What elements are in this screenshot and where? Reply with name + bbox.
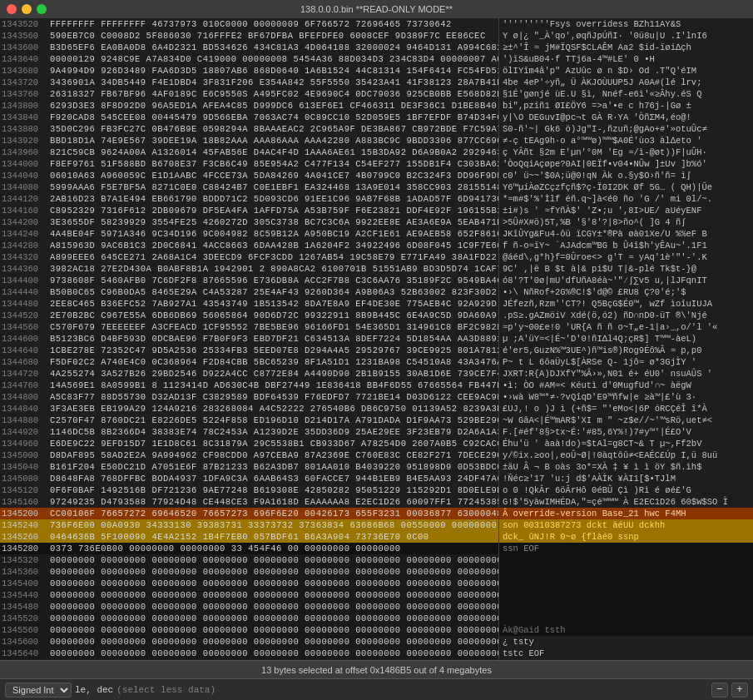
table-row[interactable]: 1344680F5DF02C2 A740E4C0 0C368964 F2D84C… — [0, 356, 498, 368]
table-row[interactable]: 13442003E3655DF 58239929 3554FE25 426027… — [0, 216, 498, 228]
row-address: 1344240 — [0, 229, 50, 239]
table-row[interactable]: 13452600464636B 5F100090 4E4A2152 1B4F7E… — [0, 531, 498, 543]
table-row[interactable]: 134532000000000 00000000 00000000 000000… — [0, 554, 498, 566]
maximize-button[interactable] — [37, 4, 47, 14]
format-label: le, dec — [75, 685, 113, 695]
list-item: 'ÒoQqiAçøpe?0AI|0EÏf•v04•NÛw ]±Uv ]b%ó' — [499, 158, 753, 170]
table-row[interactable]: 13437203436901A 34DB5449 F4E1DBD4 3F831F… — [0, 77, 498, 88]
row-address: 1345000 — [0, 450, 50, 460]
list-item: c0' ü~~'$0A;ü@0!qN Àk o.§y$O›ñ'ñ= ì∫ — [499, 170, 753, 181]
row-address: 1345320 — [0, 555, 50, 565]
row-address: 1345080 — [0, 474, 50, 484]
table-row[interactable]: 1344960E6DE9C22 9EFD15D7 1E1D8C61 8C3187… — [0, 438, 498, 449]
row-hex-values: 14A569E1 8A0599B1 8 1123414D AD630C4B DB… — [50, 380, 499, 390]
type-select[interactable]: Signed Int — [5, 683, 72, 698]
table-row[interactable]: 13447204A255274 3A527B26 29BD2546 D922A4… — [0, 368, 498, 380]
text-panel[interactable]: '''''''''Fsys overridess BZh11AY&SY ø|¿ … — [499, 18, 753, 660]
table-row[interactable]: 1343920BBD18D1A 74E9E567 39DEE19A 18B82A… — [0, 135, 498, 146]
list-item: G!$'5yàwIMHÉDA,"≈çé™™™ À E2EC1D26 60$W$S… — [499, 496, 753, 508]
table-row[interactable]: 1345080D8648FA8 768DFFBC BODA4937 1DFA9C… — [0, 473, 498, 484]
list-item: Éhu'ü ' àaà!do)≈$tAl=g8CT~& T µ~,Ff2bV — [499, 438, 753, 449]
row-address: 1344280 — [0, 241, 50, 251]
table-row[interactable]: 134540000000000 00000000 00000000 000000… — [0, 578, 498, 589]
row-hex-values: 5999AAA6 F5E7BF5A 8271C0E0 C88424B7 C0E1… — [50, 182, 499, 192]
hex-panel[interactable]: 1343520FFFFFFFF FFFFFFFF 46737973 010C00… — [0, 18, 499, 660]
table-row[interactable]: 1344800A5C83F77 88D55730 D32AD13F C38295… — [0, 391, 498, 403]
table-row[interactable]: 13451200F6F0BAF 1492516B DF721236 9AE772… — [0, 484, 498, 496]
list-item: •ì: ÒO #AM≈< Kéutì d'0MugfUd'∩~ àëgW — [499, 380, 753, 391]
list-item: Â override-version Base_21 hwc F4MH — [499, 508, 753, 519]
table-row[interactable]: 1343960821C59CB 9624A00A A1326014 45FAB5… — [0, 146, 498, 158]
table-row[interactable]: 13446401CBE278E 72352C47 9D5A2536 25334F… — [0, 345, 498, 356]
table-row[interactable]: 1345240736F6E00 00A0930 34333130 3938373… — [0, 519, 498, 531]
table-row[interactable]: 134564000000000 00000000 00000000 000000… — [0, 648, 498, 659]
table-row[interactable]: 1344880C2570F47 8760DC21 E8226DE5 5224F8… — [0, 415, 498, 426]
table-row[interactable]: 13441202AB16D23 B7A1E494 EB661790 BDDD71… — [0, 193, 498, 205]
row-hex-values: CC00106F 76657272 69646520 76657273 696F… — [50, 509, 499, 519]
list-item: §1É'gønjé ùE.U §ì, Nnéf-e6ì'«≥Âhy.éS Q — [499, 88, 753, 100]
table-row[interactable]: 1344320A899EEE6 645CE271 2A68A1C4 3DEECD… — [0, 251, 498, 263]
toolbar: Signed Int le, dec (select less data) − … — [0, 678, 753, 700]
row-address: 1344400 — [0, 276, 50, 285]
table-row[interactable]: 1345200CC00106F 76657272 69646520 766572… — [0, 508, 498, 519]
table-row[interactable]: 1344160C8952329 7316F612 2DB09679 DF5EA4… — [0, 205, 498, 216]
table-row[interactable]: 134544000000000 00000000 00000000 000000… — [0, 589, 498, 601]
row-hex-values: E6DE9C22 9EFD15D7 1E1D8C61 8C31879A 29C5… — [50, 439, 499, 449]
close-button[interactable] — [7, 4, 17, 14]
row-hex-values: 00000000 00000000 00000000 00000000 0000… — [50, 648, 499, 658]
row-hex-values: 00000129 9248C9E A7A834D0 C419000 000000… — [50, 54, 499, 64]
status-text: 13 bytes selected at offset 0x1486B5 out… — [261, 665, 492, 675]
table-row[interactable]: 1344000F8EF9761 51F588BD B6708E37 F3CB6C… — [0, 158, 498, 170]
table-row[interactable]: 13445202E70B2BC C967E55A 6DB6DB69 560658… — [0, 310, 498, 321]
table-row[interactable]: 134548000000000 00000000 00000000 000000… — [0, 601, 498, 613]
list-item: y|\O DEGuvI@pc¬t GÀ R·YA 'ÒñΣM4,éo@! — [499, 112, 753, 123]
row-hex-values: A899EEE6 645CE271 2A68A1C4 3DEECD9 6FCF3… — [50, 252, 499, 262]
table-row[interactable]: 13440805999AAA6 F5E7BF5A 8271C0E0 C88424… — [0, 181, 498, 193]
table-row[interactable]: 13452800373 736E0B00 00000000 00000000 3… — [0, 543, 498, 554]
table-row[interactable]: 134388035D0C296 FB3FC27C 0B476B9E 059829… — [0, 123, 498, 135]
table-row[interactable]: 1344440B50B0C65 C96B0DA5 8465E29A C4A532… — [0, 286, 498, 298]
table-row[interactable]: 13444009738608F 5460AFB0 7C6DF2F8 876655… — [0, 275, 498, 286]
table-row[interactable]: 134560000000000 00000000 00000000 000000… — [0, 636, 498, 648]
table-row[interactable]: 134364000000129 9248C9E A7A834D0 C419000… — [0, 53, 498, 65]
list-item: son 00310387273 dckt àéUU dckhh — [499, 519, 753, 531]
table-row[interactable]: 13449201146DC5B 8B2366D4 38383E74 78C245… — [0, 426, 498, 438]
table-row[interactable]: 134476014A569E1 8A0599B1 8 1123414D AD63… — [0, 380, 498, 391]
minus-button[interactable]: − — [711, 683, 728, 698]
table-row[interactable]: 134376026318327 FB67BF96 4AF0189C E6C955… — [0, 88, 498, 100]
row-hex-values: F5DF02C2 A740E4C0 0C368964 F2D84CBB 5BC6… — [50, 357, 499, 367]
table-row[interactable]: 13444802EE8C465 B36EFC52 7AB927A1 435437… — [0, 298, 498, 310]
row-address: 1345560 — [0, 625, 50, 635]
list-item: •›wà W8™*≠·?vQîqD'E9™ñfw|e ≥à™|£'ù 3· — [499, 391, 753, 403]
list-item: 9C' ,|ë B $t à|& pi$U T|&-plé Tk$t-}@ — [499, 263, 753, 275]
row-address: 1345160 — [0, 497, 50, 507]
table-row[interactable]: 134552000000000 00000000 00000000 000000… — [0, 613, 498, 624]
table-row[interactable]: 13442404A4BE04F 5971A346 9C34D196 9C0049… — [0, 228, 498, 240]
table-row[interactable]: 13448403F3AE3EB EB199A29 124A9216 283268… — [0, 403, 498, 415]
table-row[interactable]: 1343560590EB7C0 C0008D2 5F886030 716FFFE… — [0, 30, 498, 42]
table-row[interactable]: 13443603982AC18 27E2D430A B0ABF8B1A 1942… — [0, 263, 498, 275]
table-row[interactable]: 13438006293D3E3 8F8D92D0 96A5ED1A AFEA4C… — [0, 100, 498, 112]
table-row[interactable]: 1343520FFFFFFFF FFFFFFFF 46737973 010C00… — [0, 18, 498, 30]
table-row[interactable]: 134404006010A63 A960059C E1D1AABC 4FCCE7… — [0, 170, 498, 181]
table-row[interactable]: 134516097249235 D4793588 77924D48 CE448C… — [0, 496, 498, 508]
table-row[interactable]: 134536000000000 00000000 00000000 000000… — [0, 566, 498, 578]
plus-button[interactable]: + — [731, 683, 748, 698]
table-row[interactable]: 1343840F920CAD8 545CEE08 00445479 9D566E… — [0, 112, 498, 123]
list-item: é'er5,GuzN%™3UE^)ñ™is®)Rog9Éô%Â ≈ p,p0 — [499, 345, 753, 356]
row-address: 1344680 — [0, 357, 50, 367]
table-row[interactable]: 1344600B5123BC6 D4BF593D 0DCBAE96 F7B0F9… — [0, 333, 498, 345]
table-row[interactable]: 134556000000000 00000000 00000000 000000… — [0, 624, 498, 636]
table-row[interactable]: 1344560C570F679 7EEEEEEF A3CFEACD 1CF955… — [0, 321, 498, 333]
table-row[interactable]: 1345000D8DAF895 58AD2E2A 9A994962 CF98CD… — [0, 449, 498, 461]
list-item: ç YÂñt §2m E'µn'°0M 'Eg ≈/ì-@øt))F|uÛH· — [499, 146, 753, 158]
table-row[interactable]: 1344280A815963D 9AC6B1C3 2D0C6841 4ACC86… — [0, 240, 498, 251]
table-row[interactable]: 1345040B161F204 E50DC21D A7051E6F 87B212… — [0, 461, 498, 473]
minimize-button[interactable] — [22, 4, 32, 14]
row-hex-values: A5C83F77 88D55730 D32AD13F C3829589 BDF6… — [50, 392, 499, 402]
table-row[interactable]: 13436809A4994D9 926D3489 FAA6D3D5 18807A… — [0, 65, 498, 77]
table-row[interactable]: 1343600B3D65EF6 EA0BA0D8 6A4D2321 BD5346… — [0, 42, 498, 53]
row-hex-values: C8952329 7316F612 2DB09679 DF5EA4FA 1AFF… — [50, 206, 499, 216]
row-hex-values: 736F6E00 00A0930 34333130 39383731 33373… — [50, 520, 499, 530]
row-address: 1345360 — [0, 567, 50, 577]
